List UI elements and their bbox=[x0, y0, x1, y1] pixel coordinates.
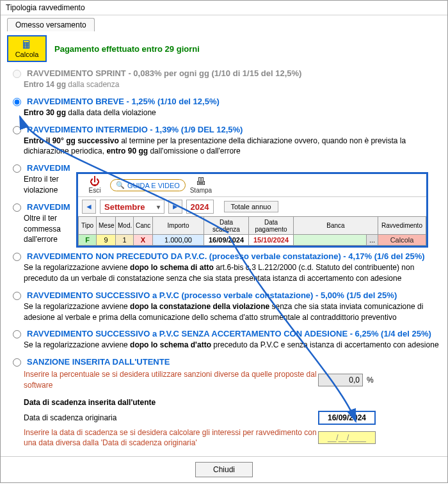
option-successivo-no-acc: RAVVEDIMENTO SUCCESSIVO a P.V.C SENZA AC… bbox=[10, 329, 441, 351]
radio-sprint bbox=[13, 70, 21, 78]
option-sprint-deadline: Entro 14 gg bbox=[24, 80, 66, 89]
window-title: Tipologia ravvedimento bbox=[1, 1, 447, 15]
cell-mese[interactable]: 9 bbox=[97, 235, 116, 246]
cell-tipo[interactable]: F bbox=[79, 235, 97, 246]
col-canc[interactable]: Canc bbox=[134, 217, 153, 235]
radio-sanzione-utente[interactable] bbox=[13, 358, 21, 367]
option-non-preceduto: RAVVEDIMENTO NON PRECEDUTO DA P.V.C. (pr… bbox=[10, 251, 441, 284]
option-non-preceduto-title[interactable]: RAVVEDIMENTO NON PRECEDUTO DA P.V.C. (pr… bbox=[27, 251, 425, 261]
tab-bar: Omesso versamento bbox=[7, 18, 441, 31]
radio-non-preceduto[interactable] bbox=[13, 253, 21, 261]
exit-icon: ⏻ bbox=[90, 177, 100, 187]
window-frame: Tipologia ravvedimento Omesso versamento… bbox=[0, 0, 448, 483]
status-message: Pagamento effettuato entro 29 giorni bbox=[54, 44, 200, 54]
guida-video-button[interactable]: 🔍 GUIDA E VIDEO bbox=[110, 179, 186, 191]
esci-button[interactable]: ⏻ Esci bbox=[82, 177, 108, 194]
embedded-nav: ◄ Settembre ▾ ► 2024 Totale annuo bbox=[78, 197, 426, 216]
option-lungo1-title[interactable]: RAVVEDIM bbox=[27, 163, 70, 173]
option-intermedio: RAVVEDIMENTO INTERMEDIO - 1,39% (1/9 DEL… bbox=[10, 125, 441, 157]
option-breve: RAVVEDIMENTO BREVE - 1,25% (1/10 del 12,… bbox=[10, 97, 441, 118]
radio-lungo2[interactable] bbox=[13, 203, 21, 212]
radio-lungo1[interactable] bbox=[13, 164, 21, 173]
stampa-button[interactable]: 🖶 Stampa bbox=[188, 177, 214, 194]
data-scadenza-originaria-label: Data di scadenza originaria bbox=[24, 413, 318, 422]
cell-data-scadenza[interactable]: 16/09/2024 bbox=[204, 235, 249, 246]
option-sprint-desc: Entro 14 gg dalla scadenza bbox=[24, 79, 441, 90]
col-mese[interactable]: Mese bbox=[97, 217, 116, 235]
cell-data-pagamento[interactable]: 15/10/2024 bbox=[249, 235, 294, 246]
radio-successivo-no-acc[interactable] bbox=[13, 330, 21, 338]
prev-month-button[interactable]: ◄ bbox=[82, 200, 96, 214]
option-sprint-title: RAVVEDIMENTO SPRINT - 0,083% per ogni gg… bbox=[27, 68, 301, 78]
option-breve-title[interactable]: RAVVEDIMENTO BREVE - 1,25% (1/10 del 12,… bbox=[27, 97, 220, 106]
next-month-button[interactable]: ► bbox=[168, 200, 182, 214]
sanzione-hint2: Inserire la data di scadenza se si desid… bbox=[24, 427, 318, 449]
option-successivo-no-acc-title[interactable]: RAVVEDIMENTO SUCCESSIVO a P.V.C SENZA AC… bbox=[27, 329, 431, 338]
radio-successivo-pvc[interactable] bbox=[13, 292, 21, 300]
cell-banca-lookup[interactable]: ... bbox=[366, 235, 378, 246]
printer-icon: 🖶 bbox=[196, 177, 206, 187]
sanzione-hint1: Inserire la percentuale se si desidera u… bbox=[24, 369, 318, 391]
data-scadenza-originaria-input[interactable] bbox=[318, 411, 376, 425]
col-data-pagamento[interactable]: Data pagamento bbox=[249, 217, 294, 235]
percentuale-input[interactable] bbox=[318, 374, 363, 386]
col-ravvedimento[interactable]: Ravvedimento bbox=[378, 217, 426, 235]
option-non-preceduto-desc: Se la regolarizzazione avviene dopo lo s… bbox=[24, 262, 441, 284]
col-banca[interactable]: Banca bbox=[294, 217, 378, 235]
cell-importo[interactable]: 1.000,00 bbox=[153, 235, 204, 246]
radio-intermedio[interactable] bbox=[13, 126, 21, 134]
embedded-grid: Tipo Mese Mod. Canc Importo Data scadenz… bbox=[78, 216, 426, 246]
calcola-button[interactable]: 🖩 Calcola bbox=[7, 35, 47, 62]
totale-annuo-button[interactable]: Totale annuo bbox=[224, 201, 278, 212]
option-successivo-no-acc-desc: Se la regolarizzazione avviene dopo lo s… bbox=[24, 340, 441, 351]
option-sanzione-utente-title[interactable]: SANZIONE INSERITA DALL'UTENTE bbox=[27, 357, 170, 367]
embedded-toolbar: ⏻ Esci 🔍 GUIDA E VIDEO 🖶 Stampa bbox=[78, 174, 426, 197]
option-intermedio-desc: Entro il 90° gg successivo al termine pe… bbox=[24, 136, 441, 157]
option-sprint: RAVVEDIMENTO SPRINT - 0,083% per ogni gg… bbox=[10, 68, 441, 90]
col-importo[interactable]: Importo bbox=[153, 217, 204, 235]
percentuale-suffix: % bbox=[367, 376, 374, 385]
year-display[interactable]: 2024 bbox=[186, 200, 214, 214]
close-button[interactable]: Chiudi bbox=[195, 462, 253, 477]
radio-breve[interactable] bbox=[13, 98, 21, 106]
cell-banca[interactable] bbox=[294, 235, 367, 246]
col-tipo[interactable]: Tipo bbox=[79, 217, 97, 235]
cell-mod[interactable]: 1 bbox=[116, 235, 134, 246]
option-sanzione-utente: SANZIONE INSERITA DALL'UTENTE Inserire l… bbox=[10, 357, 441, 448]
table-row[interactable]: F 9 1 X 1.000,00 16/09/2024 15/10/2024 .… bbox=[79, 235, 426, 246]
tab-omesso-versamento[interactable]: Omesso versamento bbox=[7, 18, 95, 31]
option-lungo2-title[interactable]: RAVVEDIM bbox=[27, 202, 70, 212]
option-successivo-pvc-desc: Se la regolarizzazione avviene dopo la c… bbox=[24, 301, 441, 323]
data-alternativa-input[interactable] bbox=[318, 431, 376, 444]
cell-canc[interactable]: X bbox=[134, 235, 153, 246]
header-row: 🖩 Calcola Pagamento effettuato entro 29 … bbox=[7, 35, 441, 62]
calculator-icon: 🖩 bbox=[21, 39, 33, 51]
cell-ravvedimento-calcola[interactable]: Calcola bbox=[378, 235, 426, 246]
option-breve-deadline: Entro 30 gg bbox=[24, 108, 66, 117]
embedded-panel: ⏻ Esci 🔍 GUIDA E VIDEO 🖶 Stampa ◄ Settem… bbox=[76, 172, 428, 248]
option-intermedio-title[interactable]: RAVVEDIMENTO INTERMEDIO - 1,39% (1/9 DEL… bbox=[27, 125, 243, 134]
content-area: Omesso versamento 🖩 Calcola Pagamento ef… bbox=[1, 15, 447, 456]
magnifier-icon: 🔍 bbox=[116, 181, 125, 189]
data-heading: Data di scadenza inserita dall'utente bbox=[24, 397, 441, 408]
footer: Chiudi bbox=[1, 456, 447, 482]
month-selector[interactable]: Settembre ▾ bbox=[100, 200, 164, 214]
option-breve-desc: Entro 30 gg dalla data della violazione bbox=[24, 107, 441, 118]
option-successivo-pvc: RAVVEDIMENTO SUCCESSIVO a P.V.C (process… bbox=[10, 290, 441, 323]
calcola-label: Calcola bbox=[15, 51, 39, 58]
option-successivo-pvc-title[interactable]: RAVVEDIMENTO SUCCESSIVO a P.V.C (process… bbox=[27, 290, 397, 300]
chevron-down-icon: ▾ bbox=[157, 203, 160, 210]
col-data-scadenza[interactable]: Data scadenza bbox=[204, 217, 249, 235]
col-mod[interactable]: Mod. bbox=[116, 217, 134, 235]
